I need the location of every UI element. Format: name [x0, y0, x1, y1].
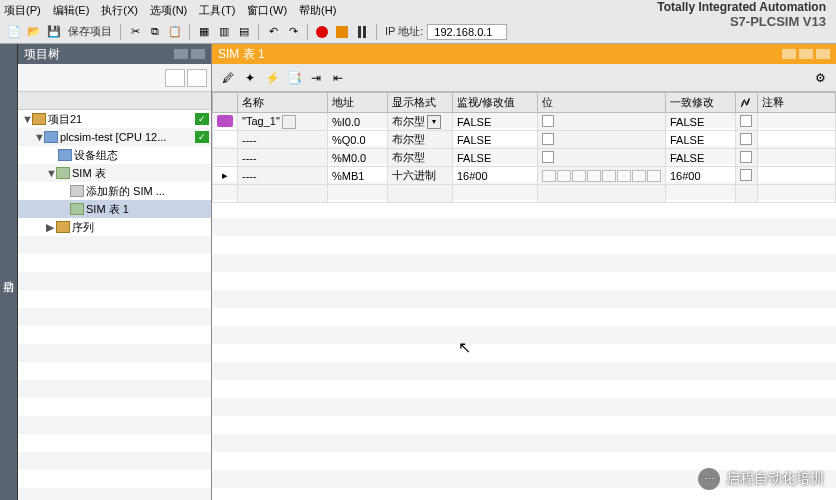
table-row[interactable]: ---- %Q0.0 布尔型 FALSE FALSE: [213, 131, 836, 149]
collapse-icon[interactable]: ▼: [34, 131, 42, 143]
expand-icon[interactable]: ▶: [46, 221, 54, 234]
cut-icon[interactable]: ✂: [126, 23, 144, 41]
collapse-icon[interactable]: ▼: [46, 167, 54, 179]
cell-format[interactable]: 布尔型: [392, 115, 425, 127]
flash-checkbox[interactable]: [740, 133, 752, 145]
side-tab-start[interactable]: 启动: [0, 44, 18, 500]
table-row[interactable]: "Tag_1" %I0.0 布尔型▾ FALSE FALSE: [213, 113, 836, 131]
bit-checkbox[interactable]: [542, 115, 554, 127]
chevron-left-icon[interactable]: [191, 49, 205, 59]
menu-project[interactable]: 项目(P): [4, 3, 41, 18]
cell-monitor[interactable]: 16#00: [453, 167, 538, 185]
save-icon[interactable]: 💾: [45, 23, 63, 41]
menu-edit[interactable]: 编辑(E): [53, 3, 90, 18]
menu-help[interactable]: 帮助(H): [299, 3, 336, 18]
tree-node-device-config[interactable]: 设备组态: [18, 146, 211, 164]
cell-comment[interactable]: [758, 113, 836, 131]
cell-format[interactable]: 十六进制: [388, 167, 453, 185]
pause-icon[interactable]: [353, 23, 371, 41]
bit-cells[interactable]: [542, 170, 661, 182]
tool-icon[interactable]: ▦: [195, 23, 213, 41]
header-comment[interactable]: 注释: [758, 93, 836, 113]
flash-checkbox[interactable]: [740, 151, 752, 163]
config-icon: [58, 149, 72, 161]
header-format[interactable]: 显示格式: [388, 93, 453, 113]
flash-icon[interactable]: ⚡: [262, 68, 282, 88]
cell-address[interactable]: %I0.0: [328, 113, 388, 131]
tool-icon[interactable]: ▤: [235, 23, 253, 41]
flash-checkbox[interactable]: [740, 115, 752, 127]
tree-node-sequence[interactable]: ▶ 序列: [18, 218, 211, 236]
header-flash[interactable]: 🗲: [736, 93, 758, 113]
cell-format[interactable]: 布尔型: [388, 131, 453, 149]
bit-checkbox[interactable]: [542, 151, 554, 163]
menu-run[interactable]: 执行(X): [101, 3, 138, 18]
menu-tools[interactable]: 工具(T): [199, 3, 235, 18]
copy-icon[interactable]: ⧉: [146, 23, 164, 41]
cell-name[interactable]: ----: [238, 149, 328, 167]
cell-comment[interactable]: [758, 149, 836, 167]
header-monitor[interactable]: 监视/修改值: [453, 93, 538, 113]
cell-name[interactable]: ----: [238, 167, 328, 185]
tool-btn[interactable]: 🖉: [218, 68, 238, 88]
cell-browse-btn[interactable]: [282, 115, 296, 129]
cell-modify[interactable]: FALSE: [666, 113, 736, 131]
tool-btn[interactable]: ⇤: [328, 68, 348, 88]
undo-icon[interactable]: ↶: [264, 23, 282, 41]
tree-tool-icon[interactable]: [187, 69, 207, 87]
cell-format[interactable]: 布尔型: [388, 149, 453, 167]
tree-node-project[interactable]: ▼ 项目21 ✓: [18, 110, 211, 128]
settings-icon[interactable]: ⚙: [810, 68, 830, 88]
cell-address[interactable]: %Q0.0: [328, 131, 388, 149]
tool-btn[interactable]: 📑: [284, 68, 304, 88]
redo-icon[interactable]: ↷: [284, 23, 302, 41]
cell-name[interactable]: "Tag_1": [242, 115, 280, 127]
sim-table-grid: 名称 地址 显示格式 监视/修改值 位 一致修改 🗲 注释 "Tag_1" %I…: [212, 92, 836, 500]
menu-options[interactable]: 选项(N): [150, 3, 187, 18]
tool-icon[interactable]: ▥: [215, 23, 233, 41]
menu-window[interactable]: 窗口(W): [247, 3, 287, 18]
minimize-icon[interactable]: [782, 49, 796, 59]
tree-node-sim-tables[interactable]: ▼ SIM 表: [18, 164, 211, 182]
tree-label: 序列: [72, 220, 94, 235]
bit-checkbox[interactable]: [542, 133, 554, 145]
tree-tool-icon[interactable]: [165, 69, 185, 87]
header-address[interactable]: 地址: [328, 93, 388, 113]
tree-node-plc[interactable]: ▼ plcsim-test [CPU 12... ✓: [18, 128, 211, 146]
cell-modify[interactable]: FALSE: [666, 149, 736, 167]
table-row[interactable]: ▸ ---- %MB1 十六进制 16#00 16#00: [213, 167, 836, 185]
header-name[interactable]: 名称: [238, 93, 328, 113]
main-header: SIM 表 1: [212, 44, 836, 64]
table-row[interactable]: ---- %M0.0 布尔型 FALSE FALSE: [213, 149, 836, 167]
header-modify[interactable]: 一致修改: [666, 93, 736, 113]
cell-monitor[interactable]: FALSE: [453, 131, 538, 149]
table-row-empty[interactable]: [213, 185, 836, 203]
tree-btn[interactable]: [174, 49, 188, 59]
ip-address-field[interactable]: 192.168.0.1: [427, 24, 507, 40]
stop-icon[interactable]: [333, 23, 351, 41]
cell-comment[interactable]: [758, 131, 836, 149]
cell-address[interactable]: %MB1: [328, 167, 388, 185]
record-icon[interactable]: [313, 23, 331, 41]
cell-modify[interactable]: 16#00: [666, 167, 736, 185]
header-bit[interactable]: 位: [538, 93, 666, 113]
tool-btn[interactable]: ✦: [240, 68, 260, 88]
tree-toolbar: [18, 64, 211, 92]
tree-node-add-sim[interactable]: 添加新的 SIM ...: [18, 182, 211, 200]
flash-checkbox[interactable]: [740, 169, 752, 181]
new-project-icon[interactable]: 📄: [5, 23, 23, 41]
tool-btn[interactable]: ⇥: [306, 68, 326, 88]
paste-icon[interactable]: 📋: [166, 23, 184, 41]
cell-monitor[interactable]: FALSE: [453, 149, 538, 167]
dropdown-icon[interactable]: ▾: [427, 115, 441, 129]
cell-monitor[interactable]: FALSE: [453, 113, 538, 131]
tree-node-sim-table-1[interactable]: SIM 表 1: [18, 200, 211, 218]
cell-comment[interactable]: [758, 167, 836, 185]
restore-icon[interactable]: [799, 49, 813, 59]
collapse-icon[interactable]: ▼: [22, 113, 30, 125]
open-project-icon[interactable]: 📂: [25, 23, 43, 41]
cell-modify[interactable]: FALSE: [666, 131, 736, 149]
cell-address[interactable]: %M0.0: [328, 149, 388, 167]
cell-name[interactable]: ----: [238, 131, 328, 149]
close-icon[interactable]: [816, 49, 830, 59]
